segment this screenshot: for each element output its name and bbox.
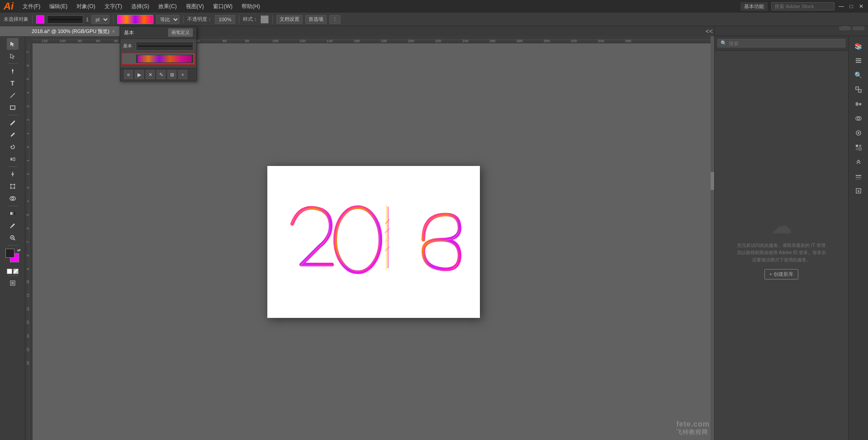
scrollbar-thumb[interactable] bbox=[711, 172, 714, 190]
svg-text:4: 4 bbox=[26, 200, 29, 202]
swap-colors-icon[interactable]: ⇄ bbox=[17, 248, 21, 252]
color-mode-btn[interactable] bbox=[13, 269, 19, 274]
panel-search-input[interactable] bbox=[729, 41, 842, 46]
style-swatch[interactable] bbox=[261, 15, 269, 24]
tab-close-button[interactable]: × bbox=[112, 29, 115, 34]
svg-text:40: 40 bbox=[114, 39, 118, 43]
fill-color-swatch[interactable] bbox=[5, 249, 14, 258]
expand-icon[interactable] bbox=[852, 156, 865, 168]
svg-rect-104 bbox=[856, 179, 861, 180]
search-stock-input[interactable] bbox=[771, 2, 835, 10]
svg-text:120: 120 bbox=[299, 39, 306, 43]
cloud-icon: ☁ bbox=[771, 213, 792, 238]
tool-type[interactable]: T bbox=[7, 77, 19, 89]
tool-pencil[interactable] bbox=[7, 129, 19, 141]
align-panel-icon[interactable] bbox=[852, 98, 865, 110]
minimize-button[interactable]: — bbox=[838, 3, 844, 9]
brush-open-button[interactable]: ▶ bbox=[135, 70, 144, 79]
menu-window[interactable]: 窗口(W) bbox=[211, 2, 234, 11]
tool-width[interactable] bbox=[7, 168, 19, 180]
brush-define-button[interactable]: 画笔定义 bbox=[168, 28, 193, 37]
tool-scale[interactable] bbox=[7, 153, 19, 165]
line-icon bbox=[9, 92, 16, 99]
properties-icon[interactable] bbox=[852, 54, 865, 67]
doc-settings-button[interactable]: 文档设置 bbox=[276, 15, 303, 24]
stroke-line-preview[interactable] bbox=[47, 15, 83, 24]
align-svg-icon bbox=[855, 100, 862, 108]
brush-libraries-button[interactable]: ≡ bbox=[124, 70, 133, 79]
preferences-button[interactable]: 首选项 bbox=[305, 15, 327, 24]
brush-preview-button[interactable] bbox=[117, 15, 153, 24]
brush-options-button[interactable]: ⊞ bbox=[167, 70, 176, 79]
tool-shape-builder[interactable] bbox=[7, 193, 19, 204]
close-button[interactable]: ✕ bbox=[858, 3, 864, 9]
stroke-type-select[interactable]: 等比 bbox=[156, 15, 180, 24]
svg-text:16: 16 bbox=[26, 361, 29, 365]
menu-edit[interactable]: 编辑(E) bbox=[47, 2, 69, 11]
brush-delete-button[interactable]: ✕ bbox=[146, 70, 155, 79]
menu-type[interactable]: 文字(T) bbox=[103, 2, 124, 11]
opacity-input[interactable] bbox=[215, 15, 235, 24]
vertical-scrollbar[interactable] bbox=[711, 36, 714, 440]
svg-point-12 bbox=[14, 188, 15, 189]
appearance-icon[interactable] bbox=[852, 127, 865, 139]
color-swatches: ⇄ bbox=[5, 249, 20, 274]
tool-rotate[interactable] bbox=[7, 141, 19, 153]
expand-svg-icon bbox=[855, 158, 862, 166]
tool-brush[interactable] bbox=[7, 117, 19, 128]
brush-row-colored[interactable] bbox=[122, 53, 194, 64]
tool-line[interactable] bbox=[7, 90, 19, 101]
pathfinder-icon[interactable] bbox=[852, 112, 865, 125]
tool-pen[interactable] bbox=[7, 65, 19, 77]
transform-panel-icon[interactable] bbox=[852, 83, 865, 96]
watermark: fete.com 飞特教程网 bbox=[676, 420, 710, 436]
layers-icon[interactable] bbox=[852, 170, 865, 183]
active-document-tab[interactable]: 2018.ai* @ 100% (RGB/GPU 预览) × bbox=[27, 26, 120, 36]
stock-panel: ☁ 您无权访问此此服务。请联系最新的 IT 管理员以获得权限或使用 Adobe … bbox=[718, 56, 844, 436]
brush-line-colored bbox=[138, 55, 192, 62]
menu-effect[interactable]: 效果(C) bbox=[157, 2, 179, 11]
stroke-color-swatch[interactable] bbox=[36, 15, 44, 24]
stroke-line-inner bbox=[49, 19, 81, 20]
tool-zoom[interactable] bbox=[7, 232, 19, 244]
scale-icon bbox=[9, 156, 16, 162]
svg-rect-102 bbox=[856, 175, 861, 176]
none-fill-btn[interactable] bbox=[7, 269, 12, 274]
zoom-icon bbox=[9, 235, 16, 241]
tool-free-transform[interactable] bbox=[7, 180, 19, 192]
more-options-button[interactable]: ⋮ bbox=[329, 15, 341, 24]
svg-point-78 bbox=[336, 208, 379, 271]
menu-view[interactable]: 视图(V) bbox=[184, 2, 206, 11]
graphic-styles-icon[interactable] bbox=[852, 141, 865, 154]
tool-eyedropper[interactable] bbox=[7, 220, 19, 232]
brush-row-basic[interactable]: 基本 bbox=[122, 41, 194, 52]
tool-gradient[interactable] bbox=[7, 208, 19, 219]
libraries-icon[interactable]: 📚 bbox=[852, 40, 865, 52]
brush-new-button[interactable]: + bbox=[178, 70, 187, 79]
maximize-button[interactable]: □ bbox=[848, 3, 854, 9]
tool-select[interactable] bbox=[7, 38, 19, 50]
menu-object[interactable]: 对象(O) bbox=[75, 2, 97, 11]
svg-text:160: 160 bbox=[354, 39, 360, 43]
layers-svg-icon bbox=[855, 173, 862, 180]
svg-text:9: 9 bbox=[26, 268, 29, 270]
eyedropper-icon bbox=[9, 222, 16, 229]
watermark-label: 飞特教程网 bbox=[676, 429, 708, 435]
svg-text:120: 120 bbox=[42, 39, 48, 43]
brush-edit-button[interactable]: ✎ bbox=[157, 70, 166, 79]
export-icon[interactable] bbox=[852, 185, 865, 197]
create-library-button[interactable]: + 创建新库 bbox=[764, 269, 798, 279]
tool-direct-select[interactable] bbox=[7, 50, 19, 62]
svg-rect-4 bbox=[10, 158, 12, 161]
panel-collapse-button[interactable]: << bbox=[704, 26, 714, 36]
tool-draw-mode[interactable] bbox=[7, 277, 19, 289]
ruler-left-svg: 7 6 5 4 3 2 1 0 1 2 3 4 5 6 7 8 9 10 11 … bbox=[25, 36, 33, 440]
menu-help[interactable]: 帮助(H) bbox=[240, 2, 262, 11]
tool-rect[interactable] bbox=[7, 102, 19, 114]
stroke-unit-select[interactable]: pt bbox=[91, 15, 109, 24]
menu-file[interactable]: 文件(F) bbox=[21, 2, 42, 11]
search-icon[interactable]: 🔍 bbox=[852, 69, 865, 81]
svg-point-76 bbox=[335, 207, 380, 272]
menu-select[interactable]: 选择(S) bbox=[129, 2, 151, 11]
workspace-label[interactable]: 基本功能 bbox=[740, 2, 768, 11]
